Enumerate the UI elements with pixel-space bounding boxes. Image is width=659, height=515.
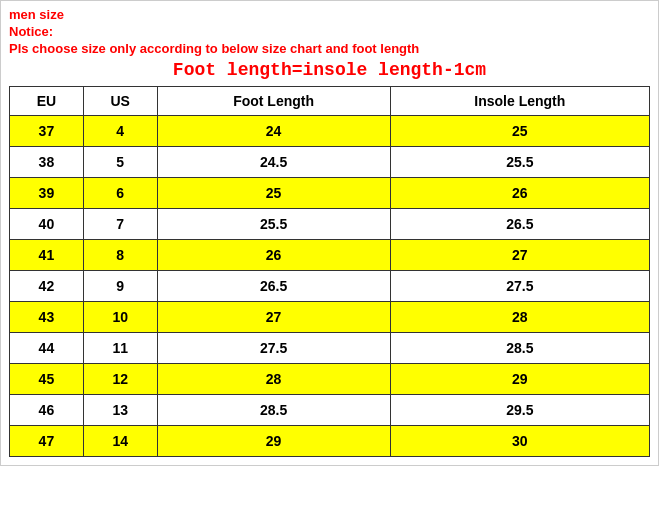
cell-foot: 25 <box>157 178 390 209</box>
cell-foot: 29 <box>157 426 390 457</box>
size-table: EU US Foot Length Insole Length 37424253… <box>9 86 650 457</box>
cell-us: 6 <box>83 178 157 209</box>
notice-label: Notice: <box>9 24 650 39</box>
cell-us: 7 <box>83 209 157 240</box>
cell-insole: 29 <box>390 364 649 395</box>
cell-eu: 42 <box>10 271 84 302</box>
table-header-row: EU US Foot Length Insole Length <box>10 87 650 116</box>
cell-us: 9 <box>83 271 157 302</box>
cell-eu: 39 <box>10 178 84 209</box>
cell-us: 13 <box>83 395 157 426</box>
cell-insole: 26.5 <box>390 209 649 240</box>
cell-eu: 44 <box>10 333 84 364</box>
cell-insole: 25 <box>390 116 649 147</box>
table-row: 43102728 <box>10 302 650 333</box>
cell-us: 14 <box>83 426 157 457</box>
cell-insole: 28 <box>390 302 649 333</box>
cell-us: 8 <box>83 240 157 271</box>
cell-insole: 30 <box>390 426 649 457</box>
table-row: 461328.529.5 <box>10 395 650 426</box>
cell-us: 4 <box>83 116 157 147</box>
cell-foot: 25.5 <box>157 209 390 240</box>
cell-us: 10 <box>83 302 157 333</box>
col-eu: EU <box>10 87 84 116</box>
cell-foot: 24.5 <box>157 147 390 178</box>
table-row: 4182627 <box>10 240 650 271</box>
cell-insole: 27 <box>390 240 649 271</box>
cell-insole: 26 <box>390 178 649 209</box>
cell-foot: 26 <box>157 240 390 271</box>
cell-us: 12 <box>83 364 157 395</box>
cell-insole: 28.5 <box>390 333 649 364</box>
cell-eu: 43 <box>10 302 84 333</box>
cell-eu: 37 <box>10 116 84 147</box>
col-us: US <box>83 87 157 116</box>
cell-insole: 29.5 <box>390 395 649 426</box>
cell-foot: 26.5 <box>157 271 390 302</box>
cell-foot: 24 <box>157 116 390 147</box>
cell-us: 11 <box>83 333 157 364</box>
col-insole-length: Insole Length <box>390 87 649 116</box>
cell-foot: 28 <box>157 364 390 395</box>
cell-foot: 27.5 <box>157 333 390 364</box>
cell-foot: 27 <box>157 302 390 333</box>
foot-length-formula: Foot length=insole length-1cm <box>9 60 650 80</box>
table-row: 38524.525.5 <box>10 147 650 178</box>
cell-eu: 40 <box>10 209 84 240</box>
col-foot-length: Foot Length <box>157 87 390 116</box>
cell-foot: 28.5 <box>157 395 390 426</box>
table-row: 3742425 <box>10 116 650 147</box>
cell-insole: 25.5 <box>390 147 649 178</box>
table-row: 47142930 <box>10 426 650 457</box>
pls-choose-text: Pls choose size only according to below … <box>9 41 650 56</box>
cell-eu: 45 <box>10 364 84 395</box>
table-row: 441127.528.5 <box>10 333 650 364</box>
cell-eu: 38 <box>10 147 84 178</box>
men-size-label: men size <box>9 7 650 22</box>
table-row: 3962526 <box>10 178 650 209</box>
table-row: 42926.527.5 <box>10 271 650 302</box>
cell-us: 5 <box>83 147 157 178</box>
table-row: 45122829 <box>10 364 650 395</box>
table-row: 40725.526.5 <box>10 209 650 240</box>
cell-insole: 27.5 <box>390 271 649 302</box>
cell-eu: 47 <box>10 426 84 457</box>
cell-eu: 41 <box>10 240 84 271</box>
size-chart-container: men size Notice: Pls choose size only ac… <box>0 0 659 466</box>
cell-eu: 46 <box>10 395 84 426</box>
